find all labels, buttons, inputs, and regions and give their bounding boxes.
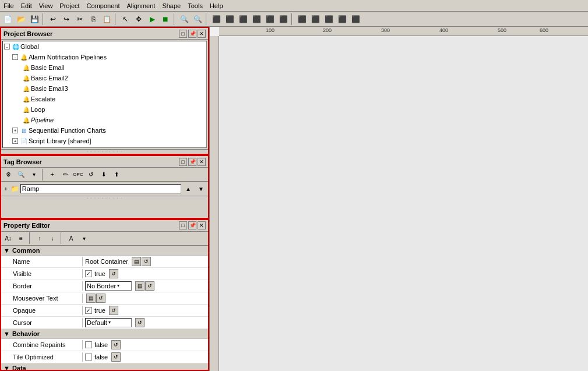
tree-basic-email[interactable]: 🔔 Basic Email [3,62,206,73]
prop-combine-repaints-checkbox[interactable] [85,341,92,348]
tb-misc5[interactable]: ⬛ [349,13,362,26]
tag-tb-search[interactable]: 🔍 [15,169,27,180]
prop-section-data-toggle[interactable]: ▼ [3,365,10,370]
tag-tb-dropdown[interactable]: ▾ [28,169,40,180]
menu-file[interactable]: File [0,1,17,10]
sfc-expand[interactable]: + [12,128,18,133]
ruler-mark-200: 200 [323,27,332,33]
tree-alarm-pipelines[interactable]: - 🔔 Alarm Notification Pipelines [3,52,206,62]
project-browser-resize[interactable]: · · · · · · · · · · [1,149,208,154]
tag-browser-close[interactable]: ✕ [198,158,206,166]
tree-basic-email2[interactable]: 🔔 Basic Email2 [3,73,206,83]
tb-align-right[interactable]: ⬛ [237,13,249,26]
tb-select[interactable]: ↖ [119,13,132,26]
tag-tb-export[interactable]: ⬆ [111,169,122,180]
prop-tb-font-dropdown[interactable]: ▾ [78,233,90,243]
prop-cursor-dropdown[interactable]: Default ▾ [85,318,132,327]
tree-root[interactable]: - 🌐 Global [3,41,206,52]
prop-tb-move-up[interactable]: ↑ [34,233,45,243]
prop-opaque-checkbox[interactable]: ✓ [85,307,92,314]
tb-align-bottom[interactable]: ⬛ [277,13,290,26]
tb-new[interactable]: 📄 [1,13,14,26]
tb-misc1[interactable]: ⬛ [295,13,308,26]
tag-tb-add[interactable]: + [47,169,58,180]
tag-search-input[interactable] [20,184,181,193]
prop-section-behavior-toggle[interactable]: ▼ [3,330,10,337]
tb-misc4[interactable]: ⬛ [336,13,348,26]
prop-cursor-reset-btn[interactable]: ↺ [135,318,145,327]
menu-tools[interactable]: Tools [184,1,206,10]
tag-tb-opc[interactable]: OPC [72,169,84,180]
tb-paste[interactable]: 📋 [100,13,113,26]
tb-misc2[interactable]: ⬛ [309,13,322,26]
tb-move[interactable]: ✥ [132,13,145,26]
prop-border-edit-btn[interactable]: ▤ [135,281,145,291]
tag-search-scroll-down[interactable]: ▼ [195,183,207,194]
script-expand[interactable]: + [12,138,18,144]
property-editor-restore[interactable]: □ [179,221,187,229]
prop-tb-categorize[interactable]: ≡ [15,233,27,243]
tree-loop[interactable]: 🔔 Loop [3,104,206,115]
tb-align-middle[interactable]: ⬛ [263,13,276,26]
tb-zoom-in[interactable]: 🔍 [178,13,191,26]
tag-add-btn[interactable]: + [2,185,9,193]
tb-align-top[interactable]: ⬛ [250,13,263,26]
project-browser-close[interactable]: ✕ [198,30,206,38]
prop-combine-repaints-reset-btn[interactable]: ↺ [111,340,121,349]
tag-search-scroll-up[interactable]: ▲ [182,183,194,194]
prop-border-dropdown[interactable]: No Border ▾ [85,281,132,291]
tb-misc3[interactable]: ⬛ [322,13,335,26]
prop-name-edit-btn[interactable]: ▤ [132,257,141,266]
menu-alignment[interactable]: Alignment [123,1,159,10]
prop-tile-optimized-reset-btn[interactable]: ↺ [111,352,121,362]
canvas-content[interactable] [219,36,588,371]
prop-opaque-reset-btn[interactable]: ↺ [109,306,118,315]
prop-visible-reset-btn[interactable]: ↺ [109,269,118,278]
tag-tb-edit[interactable]: ✏ [59,169,71,180]
tree-sfc[interactable]: + ⊞ Sequential Function Charts [3,125,206,136]
menu-edit[interactable]: Edit [17,1,36,10]
tree-basic-email3[interactable]: 🔔 Basic Email3 [3,83,206,94]
tb-cut[interactable]: ✂ [73,13,86,26]
tag-browser-resize[interactable]: · · · · · · · · · · [1,196,208,200]
menu-shape[interactable]: Shape [159,1,184,10]
menu-component[interactable]: Component [83,1,124,10]
tree-escalate[interactable]: 🔔 Escalate [3,94,206,104]
prop-tb-font[interactable]: A [65,233,77,243]
tb-align-center[interactable]: ⬛ [223,13,236,26]
property-editor-pin[interactable]: 📌 [188,221,196,229]
tag-browser-pin[interactable]: 📌 [188,158,196,166]
prop-mouseover-reset-btn[interactable]: ↺ [96,294,105,303]
tree-script-library[interactable]: + 📄 Script Library [shared] [3,136,206,146]
tb-open[interactable]: 📂 [15,13,27,26]
tb-save[interactable]: 💾 [28,13,41,26]
prop-visible-checkbox[interactable]: ✓ [85,270,92,277]
property-editor-close[interactable]: ✕ [198,221,206,229]
prop-tb-move-down[interactable]: ↓ [47,233,58,243]
tb-zoom-out[interactable]: 🔍 [191,13,204,26]
tb-align-left[interactable]: ⬛ [210,13,223,26]
prop-tb-alphabetical[interactable]: A↕ [2,233,14,243]
root-expand[interactable]: - [4,44,10,50]
tb-run[interactable]: ▶ [146,13,159,26]
tree-pipeline[interactable]: 🔔 Pipeline [3,115,206,125]
tag-tb-refresh[interactable]: ↺ [85,169,97,180]
tb-undo[interactable]: ↩ [47,13,59,26]
tag-tb-config[interactable]: ⚙ [2,169,14,180]
tag-tb-import[interactable]: ⬇ [98,169,110,180]
menu-view[interactable]: View [36,1,57,10]
menu-project[interactable]: Project [56,1,83,10]
prop-border-reset-btn[interactable]: ↺ [145,281,154,291]
prop-tile-optimized-checkbox[interactable] [85,354,92,361]
prop-name-reset-btn[interactable]: ↺ [142,257,151,266]
alarm-pipelines-expand[interactable]: - [12,54,18,60]
project-browser-restore[interactable]: □ [179,30,187,38]
tb-redo[interactable]: ↪ [60,13,73,26]
project-browser-pin[interactable]: 📌 [188,30,196,38]
tb-copy[interactable]: ⎘ [87,13,100,26]
menu-help[interactable]: Help [206,1,227,10]
tb-stop[interactable]: ⏹ [159,13,172,26]
tag-browser-restore[interactable]: □ [179,158,187,166]
prop-section-common-toggle[interactable]: ▼ [3,247,10,254]
prop-mouseover-edit-btn[interactable]: ▤ [86,294,96,303]
